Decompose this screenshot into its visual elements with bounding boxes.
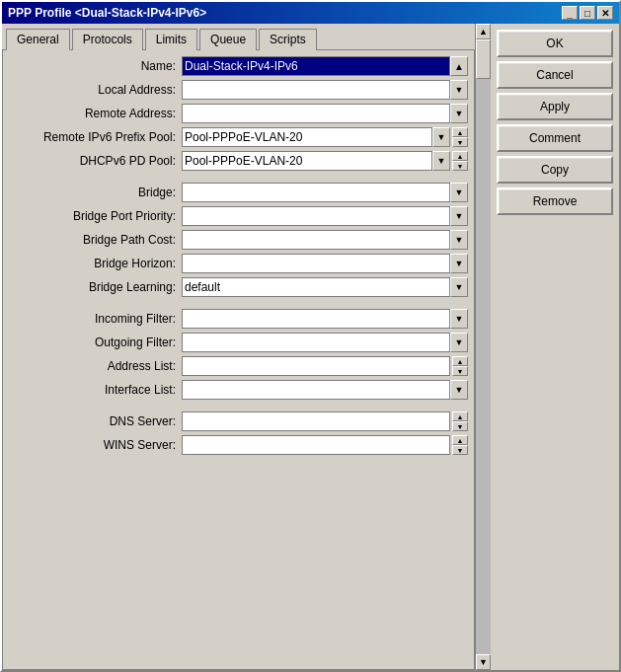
action-panel: OK Cancel Apply Comment Copy Remove — [491, 24, 619, 670]
bridge-input[interactable] — [182, 183, 450, 202]
local-address-input[interactable] — [182, 80, 450, 100]
name-input[interactable] — [182, 56, 450, 76]
address-list-input[interactable] — [182, 356, 450, 376]
bridge-port-priority-dropdown[interactable]: ▼ — [450, 206, 468, 226]
outgoing-filter-input[interactable] — [182, 333, 450, 352]
field-bridge: Bridge: ▼ — [9, 183, 468, 202]
bridge-learning-group: ▼ — [182, 277, 468, 297]
minimize-button[interactable]: _ — [562, 6, 578, 20]
tab-limits[interactable]: Limits — [145, 29, 197, 50]
label-bridge-learning: Bridge Learning: — [9, 280, 182, 294]
label-incoming-filter: Incoming Filter: — [9, 312, 182, 326]
field-address-list: Address List: ▲ ▼ — [9, 356, 468, 376]
bridge-dropdown[interactable]: ▼ — [450, 183, 468, 202]
label-name: Name: — [9, 59, 182, 73]
local-address-dropdown[interactable]: ▼ — [450, 80, 468, 100]
label-bridge-port-priority: Bridge Port Priority: — [9, 209, 182, 223]
field-interface-list: Interface List: ▼ — [9, 380, 468, 400]
tab-scripts[interactable]: Scripts — [259, 29, 317, 50]
copy-button[interactable]: Copy — [497, 156, 613, 184]
bridge-learning-input[interactable] — [182, 277, 450, 297]
maximize-button[interactable]: □ — [580, 6, 595, 20]
bridge-port-priority-group: ▼ — [182, 206, 468, 226]
interface-list-dropdown[interactable]: ▼ — [450, 380, 468, 400]
label-wins-server: WINS Server: — [9, 438, 182, 452]
remote-address-dropdown[interactable]: ▼ — [450, 104, 468, 123]
remote-ipv6-pool-down[interactable]: ▼ — [452, 137, 468, 147]
field-remote-address: Remote Address: ▼ — [9, 104, 468, 123]
scrollbar: ▲ ▼ — [475, 24, 491, 670]
dhcpv6-pd-pool-dropdown[interactable]: ▼ — [432, 151, 450, 171]
wins-server-down[interactable]: ▼ — [452, 445, 468, 455]
bridge-port-priority-input[interactable] — [182, 206, 450, 226]
label-bridge-horizon: Bridge Horizon: — [9, 257, 182, 270]
incoming-filter-dropdown[interactable]: ▼ — [450, 309, 468, 329]
address-list-down[interactable]: ▼ — [452, 366, 468, 376]
address-list-group: ▲ ▼ — [182, 356, 468, 376]
scroll-track — [476, 39, 491, 654]
bridge-learning-dropdown[interactable]: ▼ — [450, 277, 468, 297]
field-wins-server: WINS Server: ▲ ▼ — [9, 435, 468, 455]
cancel-button[interactable]: Cancel — [497, 61, 613, 89]
dns-server-up[interactable]: ▲ — [452, 411, 468, 421]
outgoing-filter-dropdown[interactable]: ▼ — [450, 333, 468, 352]
dns-server-updown: ▲ ▼ — [452, 411, 468, 431]
outgoing-filter-group: ▼ — [182, 333, 468, 352]
label-bridge: Bridge: — [9, 186, 182, 199]
main-window: PPP Profile <Dual-Stack-IPv4-IPv6> _ □ ✕… — [0, 0, 621, 672]
label-dns-server: DNS Server: — [9, 414, 182, 428]
tab-protocols[interactable]: Protocols — [72, 29, 143, 50]
wins-server-group: ▲ ▼ — [182, 435, 468, 455]
address-list-updown: ▲ ▼ — [452, 356, 468, 376]
remote-ipv6-pool-updown: ▲ ▼ — [452, 127, 468, 147]
scroll-down-btn[interactable]: ▼ — [476, 654, 491, 670]
dhcpv6-pd-pool-updown: ▲ ▼ — [452, 151, 468, 171]
dns-server-group: ▲ ▼ — [182, 411, 468, 431]
bridge-path-cost-dropdown[interactable]: ▼ — [450, 230, 468, 250]
remote-ipv6-pool-group: ▼ ▲ ▼ — [182, 127, 468, 147]
dns-server-down[interactable]: ▼ — [452, 421, 468, 431]
bridge-input-group: ▼ — [182, 183, 468, 202]
remote-ipv6-pool-input[interactable] — [182, 127, 432, 147]
comment-button[interactable]: Comment — [497, 124, 613, 152]
remote-address-input-group: ▼ — [182, 104, 468, 123]
content-area: General Protocols Limits Queue Scripts N… — [2, 24, 619, 670]
label-dhcpv6-pd-pool: DHCPv6 PD Pool: — [9, 154, 182, 168]
scroll-thumb[interactable] — [476, 39, 491, 79]
dhcpv6-pd-pool-down[interactable]: ▼ — [452, 161, 468, 171]
remote-ipv6-pool-up[interactable]: ▲ — [452, 127, 468, 137]
scroll-up-btn[interactable]: ▲ — [476, 24, 491, 39]
field-bridge-port-priority: Bridge Port Priority: ▼ — [9, 206, 468, 226]
label-interface-list: Interface List: — [9, 383, 182, 397]
apply-button[interactable]: Apply — [497, 93, 613, 120]
tab-queue[interactable]: Queue — [199, 29, 257, 50]
remote-ipv6-pool-dropdown[interactable]: ▼ — [432, 127, 450, 147]
incoming-filter-input[interactable] — [182, 309, 450, 329]
tab-general[interactable]: General — [6, 29, 70, 50]
tabs-bar: General Protocols Limits Queue Scripts — [2, 24, 475, 49]
dhcpv6-pd-pool-up[interactable]: ▲ — [452, 151, 468, 161]
wins-server-up[interactable]: ▲ — [452, 435, 468, 445]
ok-button[interactable]: OK — [497, 30, 613, 57]
dhcpv6-pd-pool-input[interactable] — [182, 151, 432, 171]
interface-list-input[interactable] — [182, 380, 450, 400]
bridge-horizon-input[interactable] — [182, 254, 450, 273]
window-title: PPP Profile <Dual-Stack-IPv4-IPv6> — [8, 6, 206, 20]
dhcpv6-pd-pool-group: ▼ ▲ ▼ — [182, 151, 468, 171]
field-outgoing-filter: Outgoing Filter: ▼ — [9, 333, 468, 352]
tab-content-general: Name: ▲ Local Address: ▼ Remot — [2, 49, 475, 670]
bridge-horizon-dropdown[interactable]: ▼ — [450, 254, 468, 273]
name-scroll-up[interactable]: ▲ — [450, 56, 468, 76]
interface-list-group: ▼ — [182, 380, 468, 400]
local-address-input-group: ▼ — [182, 80, 468, 100]
address-list-up[interactable]: ▲ — [452, 356, 468, 366]
field-dhcpv6-pd-pool: DHCPv6 PD Pool: ▼ ▲ ▼ — [9, 151, 468, 171]
dns-server-input[interactable] — [182, 411, 450, 431]
remove-button[interactable]: Remove — [497, 187, 613, 215]
label-outgoing-filter: Outgoing Filter: — [9, 336, 182, 349]
remote-address-input[interactable] — [182, 104, 450, 123]
field-local-address: Local Address: ▼ — [9, 80, 468, 100]
wins-server-input[interactable] — [182, 435, 450, 455]
close-button[interactable]: ✕ — [597, 6, 613, 20]
bridge-path-cost-input[interactable] — [182, 230, 450, 250]
